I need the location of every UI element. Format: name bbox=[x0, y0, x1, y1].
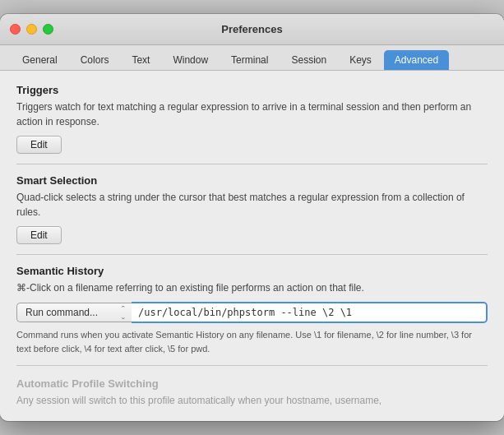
preferences-window: Preferences General Colors Text Window T… bbox=[0, 14, 504, 421]
minimize-button[interactable] bbox=[26, 24, 37, 35]
triggers-description: Triggers watch for text matching a regul… bbox=[16, 99, 488, 129]
tabs-bar: General Colors Text Window Terminal Sess… bbox=[0, 45, 504, 71]
run-command-wrapper: Run command... bbox=[16, 302, 132, 323]
tab-window[interactable]: Window bbox=[162, 50, 219, 70]
window-title: Preferences bbox=[221, 23, 282, 35]
smart-selection-section: Smart Selection Quad-click selects a str… bbox=[16, 174, 488, 244]
auto-profile-title: Automatic Profile Switching bbox=[16, 377, 488, 390]
triggers-edit-button[interactable]: Edit bbox=[16, 136, 62, 154]
semantic-history-description: ⌘-Click on a filename referring to an ex… bbox=[16, 280, 488, 295]
hint-text: Command runs when you activate Semantic … bbox=[16, 328, 488, 355]
close-button[interactable] bbox=[10, 24, 21, 35]
traffic-lights bbox=[10, 24, 53, 35]
smart-selection-edit-button[interactable]: Edit bbox=[16, 226, 62, 244]
tab-session[interactable]: Session bbox=[280, 50, 337, 70]
triggers-section: Triggers Triggers watch for text matchin… bbox=[16, 84, 488, 154]
divider-1 bbox=[16, 164, 488, 164]
auto-profile-description: Any session will switch to this profile … bbox=[16, 393, 488, 408]
titlebar: Preferences bbox=[0, 14, 504, 45]
maximize-button[interactable] bbox=[43, 24, 53, 35]
tab-general[interactable]: General bbox=[12, 50, 68, 70]
auto-profile-section: Automatic Profile Switching Any session … bbox=[16, 377, 488, 408]
smart-selection-title: Smart Selection bbox=[16, 174, 488, 187]
smart-selection-description: Quad-click selects a string under the cu… bbox=[16, 190, 488, 220]
semantic-input-row: Run command... bbox=[16, 302, 488, 323]
tab-terminal[interactable]: Terminal bbox=[220, 50, 279, 70]
semantic-history-title: Semantic History bbox=[16, 265, 488, 277]
divider-3 bbox=[16, 365, 488, 366]
tab-text[interactable]: Text bbox=[121, 50, 160, 70]
tab-advanced[interactable]: Advanced bbox=[384, 50, 449, 70]
run-command-select[interactable]: Run command... bbox=[16, 303, 132, 322]
command-input[interactable] bbox=[132, 302, 488, 323]
content-area: Triggers Triggers watch for text matchin… bbox=[0, 71, 504, 421]
tab-colors[interactable]: Colors bbox=[70, 50, 120, 70]
semantic-history-section: Semantic History ⌘-Click on a filename r… bbox=[16, 265, 488, 355]
divider-2 bbox=[16, 254, 488, 255]
triggers-title: Triggers bbox=[16, 84, 488, 96]
tab-keys[interactable]: Keys bbox=[339, 50, 382, 70]
